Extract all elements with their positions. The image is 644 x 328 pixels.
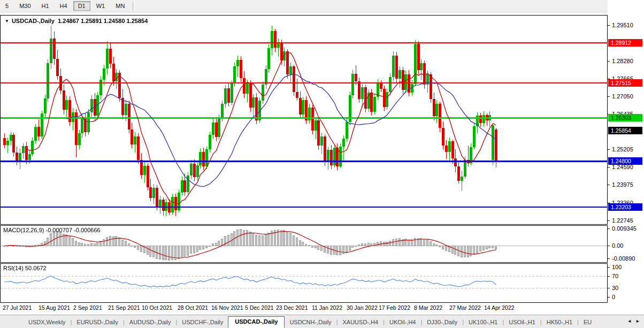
date-label: 5 Dec 2021 [245, 304, 274, 311]
rsi-label: RSI(14) 50.0672 [3, 265, 47, 271]
macd-tick-mark [608, 228, 610, 229]
price-badge: 1.28912 [608, 39, 642, 47]
rsi-canvas[interactable] [1, 264, 607, 302]
tab-usdcad-daily[interactable]: USDCAD-,Daily [228, 316, 285, 328]
macd-values: -0.000707 -0.000666 [45, 227, 100, 233]
macd-tick-label: 0.009345 [612, 225, 637, 232]
date-label: 15 Aug 2021 [39, 304, 70, 311]
macd-tick-mark [608, 246, 610, 246]
price-tick-mark [608, 167, 610, 167]
tab-eu[interactable]: EU [579, 317, 596, 328]
price-badge: 1.24800 [608, 157, 642, 165]
timeframe-button-d1[interactable]: D1 [73, 1, 90, 11]
date-label: 27 Jul 2021 [3, 304, 32, 311]
tab-usdx-weekly[interactable]: USDX,Weekly [24, 317, 70, 328]
timeframe-button-w1[interactable]: W1 [91, 1, 110, 11]
macd-tick-mark [608, 258, 610, 259]
price-tick-mark [608, 61, 610, 62]
rsi-value: 50.0672 [25, 265, 47, 271]
date-label: 17 Feb 2022 [379, 304, 410, 311]
date-label: 2 Sep 2021 [73, 304, 102, 311]
trading-platform-window: 5M30H1H4D1W1MN ▼USDCAD-,Daily 1.24867 1.… [0, 0, 644, 328]
tab-hk50-h1[interactable]: HK50-,H1 [542, 317, 577, 328]
tab-uk100-h1[interactable]: UK100-,H1 [464, 317, 502, 328]
price-tick-mark [608, 25, 610, 26]
rsi-tick-label: 30 [612, 285, 618, 291]
price-tick-mark [608, 185, 610, 185]
price-tick-mark [608, 96, 610, 97]
price-tick-mark [608, 149, 610, 150]
chart-title: ▼USDCAD-,Daily 1.24867 1.25891 1.24580 1… [5, 18, 148, 24]
timeframe-toolbar: 5M30H1H4D1W1MN [0, 0, 644, 12]
macd-label: MACD(12,26,9) -0.000707 -0.000666 [3, 227, 101, 233]
price-axis[interactable]: 1.295101.282801.276651.270501.264351.252… [608, 0, 644, 328]
price-tick-label: 1.23975 [612, 181, 633, 188]
chart-symbol-label: USDCAD-,Daily [12, 18, 55, 24]
timeframe-button-h4[interactable]: H4 [55, 1, 72, 11]
price-tick-label: 1.27050 [612, 93, 633, 100]
tab-usdcnh-daily[interactable]: USDCNH-,Daily [285, 317, 336, 328]
date-label: 27 Mar 2022 [449, 304, 481, 311]
tab-ukoil-h4[interactable]: UKOil-,H4 [385, 317, 421, 328]
timeframe-button-mn[interactable]: MN [111, 1, 129, 11]
rsi-tick-mark [608, 267, 610, 268]
date-label: 23 Dec 2021 [276, 304, 308, 311]
tabs-scroll-right-icon[interactable]: ► [635, 318, 640, 324]
rsi-tick-label: 70 [612, 273, 618, 279]
rsi-panel [0, 263, 608, 303]
tabs-scroll-left-icon[interactable]: ◄ [627, 318, 632, 324]
tab-xauusd-h4[interactable]: XAUUSD-,H4 [338, 317, 383, 328]
price-badge: 1.25854 [608, 127, 642, 134]
main-chart-panel [0, 15, 608, 225]
tab-audusd-daily[interactable]: AUDUSD-,Daily [125, 317, 176, 328]
tab-scroll-arrows: ◄ ► [625, 317, 642, 325]
date-label: 21 Sep 2021 [108, 304, 140, 311]
macd-tick-label: -0.00890 [612, 255, 635, 262]
date-label: 28 Oct 2021 [178, 304, 208, 311]
rsi-tick-mark [608, 297, 610, 298]
price-badge: 1.23203 [608, 203, 642, 211]
price-badge: 1.27515 [608, 79, 642, 87]
tab-eurusd-daily[interactable]: EURUSD-,Daily [72, 317, 123, 328]
rsi-tick-mark [608, 288, 610, 288]
date-axis[interactable]: 27 Jul 202115 Aug 20212 Sep 202121 Sep 2… [0, 303, 608, 314]
tab-usdchf-daily[interactable]: USDCHF-,Daily [177, 317, 228, 328]
main-chart-canvas[interactable] [1, 16, 607, 224]
chart-ohlc-values: 1.24867 1.25891 1.24580 1.25854 [58, 18, 148, 24]
tab-dj30-daily[interactable]: DJ30-,Daily [422, 317, 462, 328]
timeframe-button-m30[interactable]: M30 [14, 1, 35, 11]
rsi-tick-mark [608, 276, 610, 277]
rsi-tick-label: 100 [612, 264, 622, 270]
date-label: 8 Mar 2022 [414, 304, 442, 311]
timeframe-button-h1[interactable]: H1 [37, 1, 54, 11]
date-label: 14 Apr 2022 [484, 304, 515, 311]
price-badge: 1.26303 [608, 114, 642, 121]
date-label: 16 Nov 2021 [211, 304, 243, 311]
date-label: 30 Jan 2022 [347, 304, 378, 311]
price-tick-label: 1.29510 [612, 22, 633, 28]
tab-usoil-h1[interactable]: USOil-,H1 [504, 317, 540, 328]
price-tick-label: 1.28280 [612, 58, 633, 64]
price-tick-label: 1.22745 [612, 217, 633, 224]
toolbar-separator [133, 2, 135, 11]
date-label: 10 Oct 2021 [142, 304, 172, 311]
rsi-tick-label: 0 [612, 294, 615, 300]
date-label: 11 Jan 2022 [312, 304, 342, 311]
macd-name: MACD(12,26,9) [3, 227, 44, 233]
rsi-name: RSI(14) [3, 265, 24, 271]
price-tick-mark [608, 220, 610, 221]
price-tick-label: 1.25205 [612, 146, 633, 152]
timeframe-button-5[interactable]: 5 [1, 1, 13, 11]
macd-tick-label: 0.00 [612, 242, 623, 249]
chart-tab-bar: USDX,Weekly|EURUSD-,Daily|AUDUSD-,Daily|… [0, 315, 644, 328]
chart-dropdown-icon[interactable]: ▼ [5, 19, 9, 24]
